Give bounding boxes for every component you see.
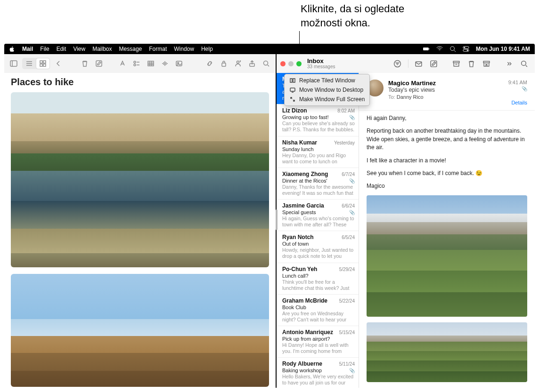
mail-toolbar: Inbox 33 messages	[277, 54, 535, 73]
reader-photo-1	[367, 195, 527, 317]
message-item[interactable]: Jasmine Garcia6/6/24Special guestsHi aga…	[277, 200, 359, 231]
svg-rect-11	[43, 64, 46, 66]
menubar-app-name[interactable]: Mail	[22, 46, 33, 52]
svg-rect-0	[423, 48, 429, 50]
more-icon[interactable]	[503, 58, 516, 69]
share-icon[interactable]	[246, 58, 258, 69]
message-item[interactable]: Po-Chun Yeh5/29/24Lunch call?Think you'l…	[277, 263, 359, 295]
callout-text: Kliknite, da si ogledate možnosti okna.	[301, 2, 404, 30]
minimize-window-button[interactable]	[288, 61, 294, 66]
format-icon[interactable]	[117, 58, 128, 69]
menu-item-label: Make Window Full Screen	[299, 96, 365, 103]
filter-icon[interactable]	[391, 58, 404, 69]
svg-rect-28	[290, 79, 292, 82]
split-divider-handle[interactable]	[276, 209, 278, 230]
trash-icon[interactable]	[465, 58, 478, 69]
message-item[interactable]: Rody Albuerne5/11/24Baking workshopHello…	[277, 358, 359, 388]
svg-rect-10	[40, 64, 42, 66]
desktop-icon	[289, 87, 296, 93]
message-item[interactable]: Antonio Manriquez5/15/24Pick up from air…	[277, 326, 359, 358]
menu-item-label: Move Window to Desktop	[299, 87, 363, 93]
wifi-icon[interactable]	[436, 46, 443, 52]
list-view-icon[interactable]	[23, 58, 36, 69]
message-date: Yesterday	[334, 140, 355, 145]
close-window-button[interactable]	[280, 61, 286, 66]
battery-icon[interactable]	[423, 46, 430, 52]
checklist-icon[interactable]	[131, 58, 142, 69]
message-date: 8:02 AM	[337, 108, 355, 113]
menu-mailbox[interactable]: Mailbox	[92, 46, 112, 52]
menu-item-label: Replace Tiled Window	[299, 77, 355, 84]
junk-icon[interactable]	[480, 58, 493, 69]
message-date: 5/29/24	[339, 267, 355, 272]
back-icon[interactable]	[53, 58, 64, 69]
note-photo-river	[11, 92, 269, 267]
menu-bar: Mail File Edit View Mailbox Message Form…	[4, 44, 535, 54]
message-preview: Hey Danny, Do you and Rigo want to come …	[282, 152, 355, 165]
reader-header: Magico Martinez Today's epic views To: D…	[359, 73, 535, 111]
menu-item-replace-tiled[interactable]: Replace Tiled Window	[285, 76, 369, 85]
attachment-icon: 📎	[349, 368, 355, 373]
reader-to: To: Danny Rico	[388, 94, 504, 100]
traffic-lights	[280, 61, 302, 66]
archive-icon[interactable]	[450, 58, 463, 69]
menu-view[interactable]: View	[73, 46, 85, 52]
svg-rect-30	[290, 88, 295, 91]
toolbar-separator	[408, 59, 408, 68]
grid-view-icon[interactable]	[36, 58, 49, 69]
message-subject: Sunday lunch	[282, 146, 355, 152]
inbox-subtitle: 33 messages	[307, 64, 335, 70]
svg-rect-9	[43, 61, 46, 63]
compose-icon[interactable]	[427, 58, 441, 69]
compose-icon[interactable]	[93, 58, 105, 69]
svg-rect-18	[222, 63, 226, 66]
message-date: 5/22/24	[339, 298, 355, 304]
note-photo-rock	[11, 274, 269, 387]
message-item[interactable]: Liz Dizon8:02 AMGrowing up too fast!Can …	[277, 104, 359, 136]
message-item[interactable]: Nisha KumarYesterdaySunday lunchHey Dann…	[277, 136, 359, 168]
message-item[interactable]: Xiaomeng Zhong6/7/24Dinner at the Ricos'…	[277, 168, 359, 200]
apple-logo[interactable]	[9, 46, 15, 52]
message-date: 5/15/24	[339, 330, 355, 335]
message-preview: Hi Danny! Hope all is well with you. I'm…	[282, 342, 355, 354]
inbox-heading: Inbox 33 messages	[307, 58, 335, 69]
menu-format[interactable]: Format	[149, 46, 167, 52]
message-reader: Magico Martinez Today's epic views To: D…	[359, 54, 535, 388]
control-center-icon[interactable]	[463, 46, 469, 52]
menu-window[interactable]: Window	[174, 46, 194, 52]
view-mode-group	[22, 58, 50, 69]
reader-body: Hi again Danny, Reporting back on anothe…	[359, 111, 535, 195]
spotlight-icon[interactable]	[449, 46, 456, 52]
media-icon[interactable]	[173, 58, 185, 69]
link-icon[interactable]	[204, 58, 215, 69]
sidebar-toggle-icon[interactable]	[8, 58, 19, 69]
collaborate-icon[interactable]	[232, 58, 244, 69]
reader-details-link[interactable]: Details	[508, 100, 527, 105]
menu-help[interactable]: Help	[201, 46, 213, 52]
menu-item-move-desktop[interactable]: Move Window to Desktop	[285, 85, 369, 95]
reader-time: 9:41 AM	[508, 80, 527, 85]
search-icon[interactable]	[261, 58, 272, 69]
message-date: 6/5/24	[342, 235, 355, 240]
message-sender: Ryan Notch	[282, 234, 314, 240]
lock-icon[interactable]	[218, 58, 229, 69]
menu-edit[interactable]: Edit	[57, 46, 66, 52]
delete-icon[interactable]	[79, 58, 90, 69]
message-subject: Out of town	[282, 241, 355, 247]
message-sender: Nisha Kumar	[282, 139, 317, 146]
fullscreen-window-button[interactable]	[296, 61, 302, 66]
search-mail-icon[interactable]	[518, 58, 531, 69]
menu-message[interactable]: Message	[119, 46, 142, 52]
svg-point-27	[522, 61, 526, 65]
menubar-clock[interactable]: Mon Jun 10 9:41 AM	[476, 46, 530, 52]
audio-icon[interactable]	[159, 58, 171, 69]
svg-point-21	[264, 61, 268, 65]
new-message-icon[interactable]	[412, 58, 425, 69]
message-item[interactable]: Ryan Notch6/5/24Out of townHowdy, neighb…	[277, 231, 359, 263]
message-item[interactable]: Graham McBride5/22/24Book ClubAre you fr…	[277, 295, 359, 326]
menu-item-full-screen[interactable]: Make Window Full Screen	[285, 95, 369, 104]
message-preview: Think you'll be free for a lunchtime cha…	[282, 279, 355, 291]
message-sender: Po-Chun Yeh	[282, 266, 317, 272]
table-icon[interactable]	[145, 58, 156, 69]
menu-file[interactable]: File	[40, 46, 49, 52]
